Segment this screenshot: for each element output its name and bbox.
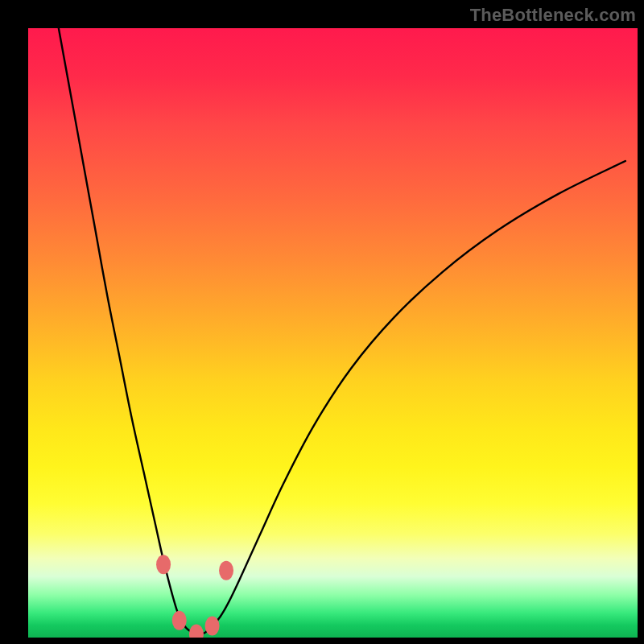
watermark-text: TheBottleneck.com (470, 5, 636, 26)
curve-marker (156, 555, 171, 574)
curve-marker (189, 624, 204, 638)
curve-marker (172, 611, 187, 630)
bottleneck-curve (28, 28, 638, 638)
curve-path (59, 28, 625, 634)
plot-area (28, 28, 638, 638)
curve-marker (219, 561, 233, 580)
curve-marker (205, 617, 220, 636)
chart-stage: TheBottleneck.com (0, 0, 644, 644)
